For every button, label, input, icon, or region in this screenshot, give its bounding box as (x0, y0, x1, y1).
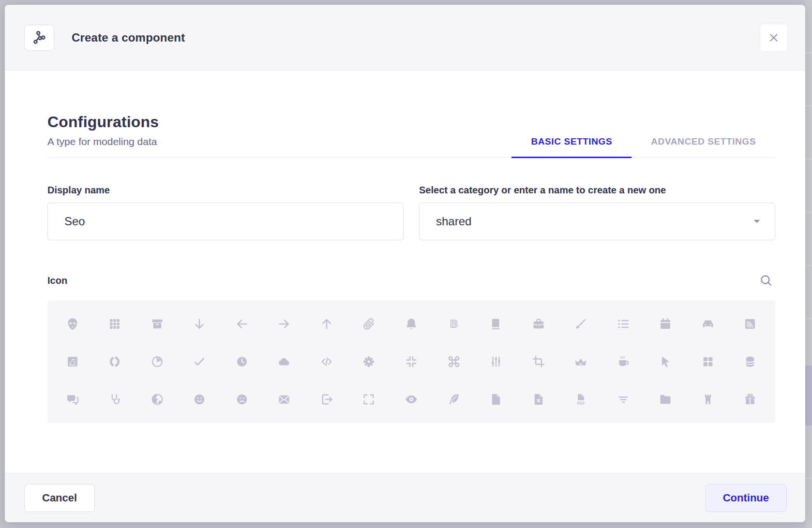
icon-option-gift[interactable] (729, 381, 771, 418)
command-icon (447, 355, 461, 368)
car-icon (701, 317, 715, 331)
dashboard-icon (701, 355, 715, 368)
arrow-right-icon (277, 317, 291, 331)
icon-option-bullet-list[interactable] (602, 305, 645, 343)
icon-option-feather[interactable] (433, 381, 475, 418)
icon-option-doctor[interactable] (94, 381, 136, 418)
header-icon-box (24, 25, 54, 51)
icon-option-gate[interactable] (687, 381, 729, 418)
icon-option-clock[interactable] (221, 343, 263, 381)
icon-option-discuss[interactable] (51, 381, 94, 418)
icon-option-eye[interactable] (390, 381, 433, 418)
alien-icon (66, 317, 79, 331)
icon-option-database[interactable] (729, 343, 771, 381)
icon-option-code[interactable] (305, 343, 348, 381)
category-select[interactable]: shared (419, 203, 775, 240)
arrow-down-icon (193, 317, 206, 331)
icon-option-chart-circle[interactable] (94, 343, 136, 381)
icon-option-emotion-happy[interactable] (179, 381, 221, 418)
icon-option-envelope[interactable] (263, 381, 306, 418)
icon-search-button[interactable] (757, 271, 775, 290)
icon-option-command[interactable] (433, 343, 475, 381)
category-field-group: Select a category or enter a name to cre… (419, 185, 775, 240)
icon-option-earth[interactable] (136, 381, 179, 418)
chart-bubble-icon (66, 355, 79, 368)
cog-icon (362, 355, 376, 368)
dialog-header: Create a component (5, 5, 805, 71)
icon-option-book[interactable] (475, 305, 517, 343)
tab-advanced-settings[interactable]: ADVANCED SETTINGS (632, 136, 775, 158)
emotion-unhappy-icon (235, 393, 249, 406)
doctor-icon (108, 393, 121, 406)
archive-icon (150, 317, 164, 331)
icon-option-crown[interactable] (559, 343, 602, 381)
icon-option-file-pdf[interactable]: PDF (559, 381, 602, 418)
icon-option-cog[interactable] (348, 343, 391, 381)
envelope-icon (277, 393, 291, 406)
icon-option-check[interactable] (179, 343, 221, 381)
icon-option-bell[interactable] (390, 305, 433, 343)
icon-option-emotion-unhappy[interactable] (221, 381, 263, 418)
icon-option-cloud[interactable] (263, 343, 306, 381)
emotion-happy-icon (193, 393, 206, 406)
icon-option-exit[interactable] (305, 381, 348, 418)
search-icon (759, 273, 773, 288)
icon-option-arrow-right[interactable] (263, 305, 306, 343)
icon-option-collapse[interactable] (390, 343, 433, 381)
expand-icon (362, 393, 376, 406)
icon-option-chart-pie[interactable] (136, 343, 179, 381)
cup-icon (617, 355, 630, 368)
database-icon (743, 355, 757, 368)
display-name-input[interactable] (47, 203, 404, 240)
icon-option-car[interactable] (687, 305, 729, 343)
page-scrollbar[interactable] (805, 0, 812, 528)
chart-circle-icon (108, 355, 121, 368)
icon-option-folder[interactable] (644, 381, 687, 418)
file-error-icon (532, 393, 545, 406)
display-name-field-group: Display name (47, 185, 404, 240)
icon-option-briefcase[interactable] (517, 305, 560, 343)
icon-option-crop[interactable] (517, 343, 560, 381)
cloud-icon (277, 355, 291, 368)
icon-option-arrow-up[interactable] (305, 305, 348, 343)
page-scrollbar-thumb[interactable] (805, 366, 812, 425)
icon-option-calendar[interactable] (644, 305, 687, 343)
apps-icon (108, 317, 121, 331)
icon-option-connector[interactable] (475, 343, 517, 381)
icon-option-file-error[interactable] (517, 381, 560, 418)
close-button[interactable] (760, 24, 788, 52)
tab-basic-settings[interactable]: BASIC SETTINGS (511, 136, 632, 158)
icon-option-file[interactable] (475, 381, 517, 418)
icon-option-apps[interactable] (94, 305, 136, 343)
discuss-icon (66, 393, 79, 406)
icon-option-arrow-left[interactable] (221, 305, 263, 343)
continue-button[interactable]: Continue (705, 484, 787, 512)
earth-icon (150, 393, 164, 406)
section-subheading: A type for modeling data (47, 136, 159, 157)
form-row: Display name Select a category or enter … (47, 185, 775, 240)
icon-option-archive[interactable] (136, 305, 179, 343)
icon-option-arrow-down[interactable] (179, 305, 221, 343)
icon-option-bold[interactable]: B (433, 305, 475, 343)
calendar-icon (659, 317, 672, 331)
icon-option-dashboard[interactable] (687, 343, 729, 381)
icon-option-brush[interactable] (559, 305, 602, 343)
clock-icon (235, 355, 249, 368)
category-label: Select a category or enter a name to cre… (419, 185, 775, 196)
section-heading: Configurations (47, 113, 159, 131)
icon-option-filter[interactable] (602, 381, 645, 418)
icon-option-chart-bubble[interactable] (51, 343, 94, 381)
icon-option-alien[interactable] (51, 305, 94, 343)
icon-option-attachment[interactable] (348, 305, 391, 343)
exit-icon (320, 393, 333, 406)
icon-option-cast[interactable] (729, 305, 771, 343)
create-component-dialog: Create a component Configurations A type… (5, 5, 805, 522)
check-icon (193, 355, 206, 368)
folder-icon (659, 393, 672, 406)
cancel-button[interactable]: Cancel (24, 484, 95, 512)
dialog-body: Configurations A type for modeling data … (5, 71, 805, 473)
cursor-icon (659, 355, 672, 368)
icon-option-expand[interactable] (348, 381, 391, 418)
icon-option-cup[interactable] (602, 343, 645, 381)
icon-option-cursor[interactable] (644, 343, 687, 381)
